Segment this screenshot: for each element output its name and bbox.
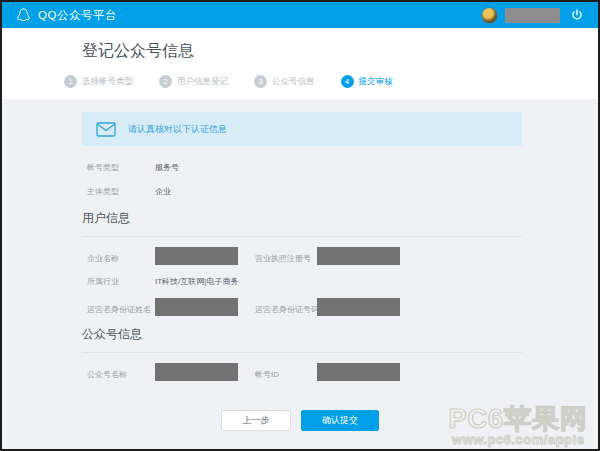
field-row-public-name: 公众号名称 帐号ID — [87, 363, 598, 381]
page-title: 登记公众号信息 — [82, 41, 598, 62]
field-row-industry: 所属行业 IT科技/互联网|电子商务 — [87, 275, 598, 288]
step-number: 2 — [159, 75, 172, 88]
redacted-public-name — [155, 363, 238, 381]
action-buttons: 上一步 确认提交 — [2, 410, 598, 431]
section-title-user-info: 用户信息 — [82, 210, 522, 237]
redacted-operator-name — [155, 298, 238, 316]
field-value: 企业 — [155, 186, 255, 197]
notice-banner: 请认真核对以下认证信息 — [82, 112, 522, 146]
section-title-public-account: 公众号信息 — [82, 326, 522, 353]
page-header: 登记公众号信息 1 选择帐号类型 2 用户信息登记 3 公众号信息 4 提交审核 — [2, 28, 598, 99]
field-label: 运营者身份证号码 — [255, 304, 317, 315]
account-summary: 帐号类型 服务号 主体类型 企业 — [2, 162, 598, 197]
redacted-license-number — [317, 247, 400, 265]
public-account-fields: 公众号名称 帐号ID — [2, 363, 598, 381]
redacted-operator-id — [317, 298, 400, 316]
step-label: 提交审核 — [359, 76, 393, 88]
field-row-account-type: 帐号类型 服务号 — [87, 162, 598, 173]
confirm-submit-button[interactable]: 确认提交 — [301, 410, 379, 431]
field-label: 主体类型 — [87, 186, 155, 197]
field-value: 服务号 — [155, 162, 255, 173]
step-number: 1 — [64, 75, 77, 88]
app-window: QQ公众号平台 登记公众号信息 1 选择帐号类型 2 用户信息登记 3 公众号信… — [0, 0, 600, 451]
field-row-operator: 运营者身份证姓名 运营者身份证号码 — [87, 298, 598, 316]
step-label: 公众号信息 — [272, 76, 315, 88]
previous-step-button[interactable]: 上一步 — [221, 410, 291, 431]
field-label: 帐号ID — [255, 369, 317, 380]
field-label: 营业执照注册号 — [255, 253, 317, 264]
top-bar: QQ公众号平台 — [2, 2, 598, 28]
step-user-info[interactable]: 2 用户信息登记 — [159, 75, 228, 88]
watermark-url: www.pc6.com/apple — [448, 433, 588, 447]
user-info-fields: 企业名称 营业执照注册号 所属行业 IT科技/互联网|电子商务 运营者身份证姓名… — [2, 247, 598, 316]
step-choose-account-type[interactable]: 1 选择帐号类型 — [64, 75, 133, 88]
redacted-account-id — [317, 363, 400, 381]
step-submit-review[interactable]: 4 提交审核 — [341, 75, 393, 88]
field-value: IT科技/互联网|电子商务 — [155, 276, 598, 287]
notice-text: 请认真核对以下认证信息 — [128, 123, 227, 136]
top-bar-right — [481, 7, 588, 24]
logout-power-icon[interactable] — [570, 8, 584, 22]
redacted-username — [505, 8, 560, 23]
field-label: 所属行业 — [87, 276, 155, 287]
field-label: 运营者身份证姓名 — [87, 304, 155, 315]
step-number: 3 — [254, 75, 267, 88]
field-label: 企业名称 — [87, 253, 155, 264]
step-label: 选择帐号类型 — [82, 76, 133, 88]
brand-title: QQ公众号平台 — [38, 8, 117, 23]
field-row-company: 企业名称 营业执照注册号 — [87, 247, 598, 265]
envelope-icon — [96, 122, 116, 137]
qq-penguin-icon — [15, 7, 32, 24]
step-account-info[interactable]: 3 公众号信息 — [254, 75, 315, 88]
field-label: 帐号类型 — [87, 162, 155, 173]
user-avatar[interactable] — [481, 7, 498, 24]
redacted-company-name — [155, 247, 238, 265]
step-label: 用户信息登记 — [177, 76, 228, 88]
field-row-entity-type: 主体类型 企业 — [87, 186, 598, 197]
step-number: 4 — [341, 75, 354, 88]
wizard-steps: 1 选择帐号类型 2 用户信息登记 3 公众号信息 4 提交审核 — [64, 75, 598, 88]
content-area: 请认真核对以下认证信息 帐号类型 服务号 主体类型 企业 用户信息 企业名称 营… — [2, 99, 598, 449]
field-label: 公众号名称 — [87, 369, 155, 380]
